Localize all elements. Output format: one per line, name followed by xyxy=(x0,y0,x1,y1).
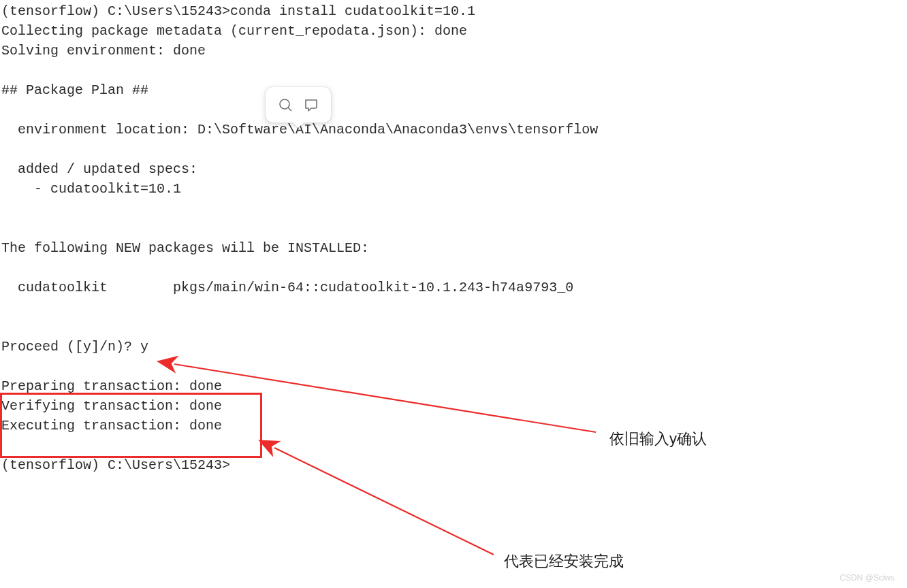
annotation-install-complete: 代表已经安装完成 xyxy=(504,551,624,572)
annotation-confirm-y: 依旧输入y确认 xyxy=(609,429,707,449)
comment-icon[interactable] xyxy=(303,97,319,113)
selection-tooltip[interactable] xyxy=(266,87,331,122)
watermark: CSDN @Sciws xyxy=(840,573,895,583)
transaction-done-highlight xyxy=(0,393,262,458)
magnify-icon[interactable] xyxy=(277,97,293,113)
svg-point-0 xyxy=(280,99,289,109)
svg-line-1 xyxy=(289,108,292,112)
